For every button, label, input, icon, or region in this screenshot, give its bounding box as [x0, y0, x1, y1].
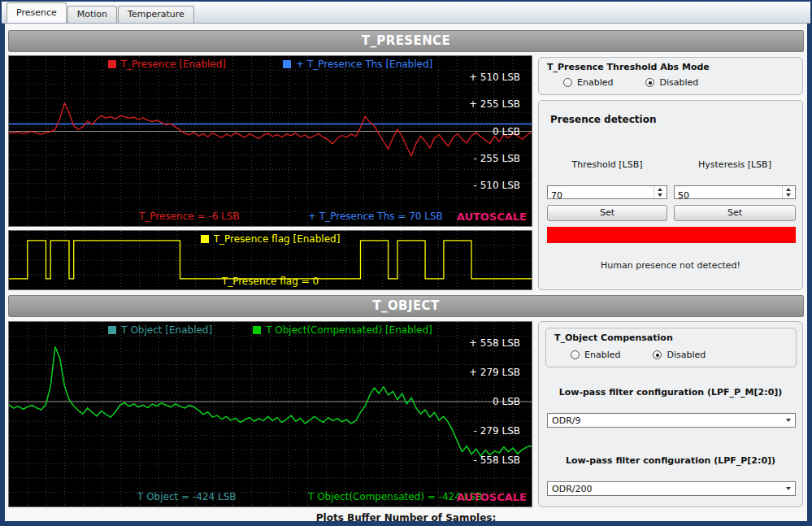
spin-down-icon[interactable]	[786, 193, 791, 197]
spin-up-icon[interactable]	[658, 188, 662, 191]
abs-mode-enabled-label: Enabled	[577, 77, 613, 88]
threshold-legend-item: + T_Presence Ths [Enabled]	[283, 59, 432, 70]
autoscale-label: AUTOSCALE	[457, 211, 527, 223]
presence-alarm-bar	[547, 227, 796, 243]
object-series-swatch	[108, 326, 116, 334]
svg-text:0 LSB: 0 LSB	[493, 396, 520, 407]
flag-value-readout: T_Presence flag = 0	[9, 276, 532, 287]
svg-text:- 558 LSB: - 558 LSB	[474, 454, 520, 466]
compensation-disabled-label: Disabled	[667, 350, 706, 360]
object-comp-series-label: T Object(Compensated) [Enabled]	[266, 324, 432, 336]
set-threshold-button[interactable]: Set	[547, 205, 667, 221]
presence-legend-item: T_Presence [Enabled]	[108, 59, 226, 70]
threshold-spinbox[interactable]	[547, 185, 667, 199]
object-comp-legend-item: T Object(Compensated) [Enabled]	[253, 324, 432, 336]
object-plot: + 558 LSB+ 279 LSB0 LSB- 279 LSB- 558 LS…	[9, 322, 532, 506]
presence-series-label: T_Presence [Enabled]	[121, 59, 226, 70]
abs-mode-enabled-radio[interactable]: Enabled	[563, 77, 613, 88]
object-series-label: T Object [Enabled]	[121, 324, 212, 336]
app-window: Presence Motion Temperature T_PRESENCE +…	[0, 0, 812, 526]
lpf-m-label: Low-pass filter configuration (LPF_P_M[2…	[539, 387, 802, 398]
abs-mode-disabled-radio[interactable]: Disabled	[645, 77, 698, 88]
presence-value-readout: T_Presence = -6 LSB	[139, 211, 240, 222]
tab-bar: Presence Motion Temperature	[2, 2, 810, 24]
svg-text:0 LSB: 0 LSB	[493, 126, 520, 137]
threshold-label: Threshold [LSB]	[547, 159, 667, 170]
compensation-enabled-radio[interactable]: Enabled	[571, 350, 620, 360]
object-value-readout: T Object = -424 LSB	[137, 491, 237, 502]
spin-down-icon[interactable]	[658, 193, 662, 197]
set-hysteresis-button[interactable]: Set	[674, 205, 796, 221]
presence-alarm-text: Human presence not detected!	[539, 260, 802, 271]
hysteresis-label: Hysteresis [LSB]	[674, 159, 796, 170]
threshold-spin-buttons[interactable]	[654, 186, 666, 198]
presence-section-header: T_PRESENCE	[8, 30, 804, 52]
svg-text:- 279 LSB: - 279 LSB	[474, 425, 520, 437]
object-readouts: T Object = -424 LSB T Object(Compensated…	[9, 491, 532, 504]
svg-text:+ 279 LSB: + 279 LSB	[469, 367, 520, 378]
object-legend-item: T Object [Enabled]	[108, 324, 212, 336]
autoscale-label: AUTOSCALE	[457, 491, 527, 503]
presence-detection-group: Presence detection Threshold [LSB] Hyste…	[538, 100, 803, 290]
object-comp-series-swatch	[253, 326, 261, 334]
abs-mode-disabled-label: Disabled	[659, 77, 698, 88]
presence-readouts: T_Presence = -6 LSB + T_Presence Ths = 7…	[9, 211, 532, 224]
threshold-input[interactable]	[548, 189, 655, 202]
flag-series-swatch	[201, 235, 209, 243]
compensation-radio-row: Enabled Disabled	[571, 350, 706, 360]
lpf-p-label: Low-pass filter configuration (LPF_P[2:0…	[539, 455, 802, 466]
hysteresis-input[interactable]	[675, 189, 784, 202]
chevron-down-icon[interactable]	[786, 419, 791, 422]
abs-mode-radio-row: Enabled Disabled	[563, 77, 698, 88]
presence-plot: + 510 LSB+ 255 LSB0 LSB- 255 LSB- 510 LS…	[9, 56, 532, 226]
flag-series-label: T_Presence flag [Enabled]	[214, 233, 341, 245]
object-chart[interactable]: + 558 LSB+ 279 LSB0 LSB- 279 LSB- 558 LS…	[8, 321, 532, 507]
object-compensation-title: T_Object Compensation	[554, 333, 673, 343]
chevron-down-icon[interactable]	[786, 487, 791, 490]
svg-text:- 510 LSB: - 510 LSB	[474, 180, 520, 191]
abs-mode-group: T_Presence Threshold Abs Mode Enabled Di…	[538, 57, 803, 95]
lpf-p-dropdown[interactable]: ODR/200	[547, 481, 796, 496]
hysteresis-spinbox[interactable]	[674, 185, 796, 199]
presence-series-swatch	[108, 60, 116, 68]
threshold-series-swatch	[283, 60, 291, 68]
spin-up-icon[interactable]	[786, 188, 791, 191]
svg-text:+ 255 LSB: + 255 LSB	[469, 98, 520, 110]
compensation-disabled-radio[interactable]: Disabled	[653, 350, 706, 360]
object-section-header: T_OBJECT	[8, 295, 804, 317]
svg-text:- 255 LSB: - 255 LSB	[474, 153, 520, 164]
tab-presence[interactable]: Presence	[7, 2, 67, 23]
lpf-p-selected-value: ODR/200	[552, 484, 592, 494]
presence-legend: T_Presence [Enabled] + T_Presence Ths [E…	[9, 59, 532, 70]
presence-flag-chart[interactable]: T_Presence flag [Enabled] T_Presence fla…	[8, 230, 532, 290]
svg-text:+ 510 LSB: + 510 LSB	[469, 72, 520, 83]
lpf-m-selected-value: ODR/9	[552, 415, 580, 426]
flag-legend: T_Presence flag [Enabled]	[9, 233, 532, 245]
flag-legend-item: T_Presence flag [Enabled]	[201, 233, 341, 245]
presence-chart[interactable]: + 510 LSB+ 255 LSB0 LSB- 255 LSB- 510 LS…	[8, 55, 532, 227]
object-legend: T Object [Enabled] T Object(Compensated)…	[9, 324, 532, 336]
radio-circle-icon[interactable]	[653, 350, 662, 359]
tab-temperature[interactable]: Temperature	[118, 6, 194, 23]
object-settings-panel: T_Object Compensation Enabled Disabled L…	[538, 321, 803, 507]
threshold-value-readout: + T_Presence Ths = 70 LSB	[308, 211, 443, 222]
object-compensation-group: T_Object Compensation Enabled Disabled	[545, 328, 797, 367]
threshold-series-label: + T_Presence Ths [Enabled]	[296, 59, 432, 70]
abs-mode-title: T_Presence Threshold Abs Mode	[547, 62, 710, 72]
hysteresis-spin-buttons[interactable]	[782, 186, 794, 198]
compensation-enabled-label: Enabled	[584, 350, 620, 360]
detection-title: Presence detection	[550, 114, 656, 125]
radio-circle-icon[interactable]	[571, 350, 580, 359]
radio-circle-icon[interactable]	[645, 78, 654, 87]
lpf-m-dropdown[interactable]: ODR/9	[547, 413, 796, 428]
plots-buffer-label: Plots Buffer Number of Samples:	[5, 512, 807, 521]
tab-motion[interactable]: Motion	[67, 6, 117, 23]
radio-circle-icon[interactable]	[563, 78, 572, 87]
svg-text:+ 558 LSB: + 558 LSB	[469, 337, 520, 349]
presence-tab-page: T_PRESENCE + 510 LSB+ 255 LSB0 LSB- 255 …	[5, 24, 807, 521]
